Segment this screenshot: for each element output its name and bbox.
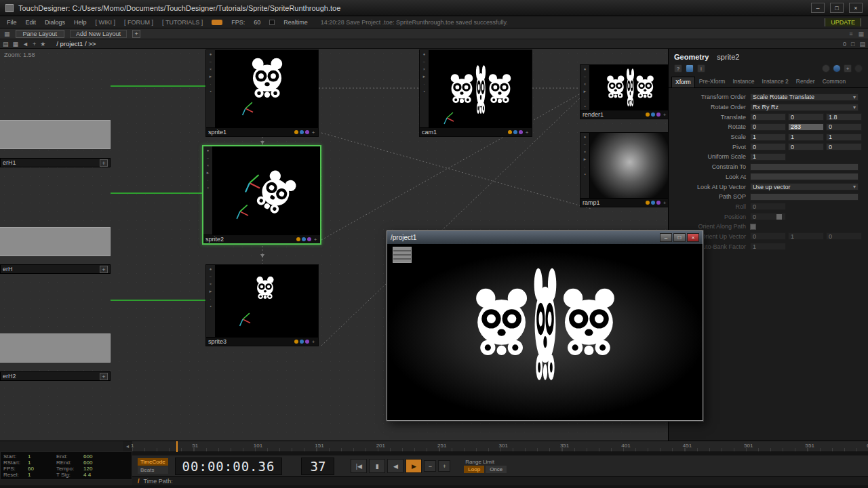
rotate-y-field[interactable]: 283 xyxy=(788,123,824,131)
node-flag-icon[interactable]: ► xyxy=(206,171,210,175)
maximize-icon[interactable]: □ xyxy=(830,3,844,13)
menu-help[interactable]: Help xyxy=(74,19,87,26)
beats-mode-button[interactable]: Beats xyxy=(138,466,168,474)
node-viewer-cam1[interactable] xyxy=(429,50,532,127)
node-flag-icon[interactable]: ∙ xyxy=(585,97,586,101)
minimize-icon[interactable]: – xyxy=(660,233,672,242)
node-flag-column[interactable]: ●−×►∙▪ xyxy=(203,146,213,235)
minimize-icon[interactable]: – xyxy=(811,3,825,13)
tutorials-link[interactable]: [ TUTORIALS ] xyxy=(162,19,203,26)
node-flag-dot[interactable] xyxy=(305,130,309,134)
auto-bank-field[interactable]: 1 xyxy=(750,243,786,250)
stub-node-label-1[interactable]: erH1 + xyxy=(0,158,111,167)
node-flag-dots[interactable]: + xyxy=(646,200,667,206)
node-flag-icon[interactable]: − xyxy=(584,75,587,79)
node-flag-plus-icon[interactable]: + xyxy=(524,129,530,136)
node-flag-dots[interactable]: + xyxy=(646,112,667,118)
param-menu-transform-order[interactable]: Scale Rotate Translate▾ xyxy=(750,94,859,101)
node-flag-column[interactable]: ●−×►∙▪ xyxy=(206,265,216,337)
scale-x-field[interactable]: 1 xyxy=(750,134,786,141)
node-flag-dot[interactable] xyxy=(513,130,517,134)
node-flag-icon[interactable]: × xyxy=(210,282,212,286)
node-flag-dots[interactable]: + xyxy=(294,129,316,136)
time-path-bar[interactable]: / Time Path: xyxy=(132,476,868,485)
node-flag-dot[interactable] xyxy=(296,237,300,241)
node-flag-plus-icon[interactable]: + xyxy=(311,339,316,345)
translate-z-field[interactable]: 1.8 xyxy=(826,113,862,121)
add-new-layout-button[interactable]: Add New Layout xyxy=(70,30,127,38)
node-flag-dot[interactable] xyxy=(305,340,309,344)
node-label[interactable]: render1 + xyxy=(580,110,668,119)
stub-node-label-2[interactable]: erH + xyxy=(0,264,111,274)
node-flag-icon[interactable]: × xyxy=(210,67,212,71)
param-label[interactable]: Pivot xyxy=(669,144,750,150)
param-label[interactable]: Constrain To xyxy=(669,163,750,170)
param-label[interactable]: Roll xyxy=(669,203,750,210)
node-flag-icon[interactable]: ▪ xyxy=(584,172,585,176)
node-flag-plus-icon[interactable]: + xyxy=(662,112,667,118)
realtime-label[interactable]: Realtime xyxy=(283,19,308,26)
close-icon[interactable]: × xyxy=(849,3,863,13)
tab-instance[interactable]: Instance xyxy=(729,77,757,87)
tab-xform[interactable]: Xform xyxy=(671,77,695,87)
node-sprite3[interactable]: ●−×►∙▪ sprite3 + xyxy=(205,264,319,346)
look-at-field[interactable] xyxy=(750,173,859,180)
expand-plus-button[interactable]: + xyxy=(100,373,108,380)
node-viewer-ramp1[interactable] xyxy=(590,133,668,198)
info-icon[interactable]: i xyxy=(697,64,705,73)
tab-pre-xform[interactable]: Pre-Xform xyxy=(696,77,729,87)
node-cam1[interactable]: ●−×►∙▪ cam1 + xyxy=(419,49,532,137)
node-flag-icon[interactable]: ● xyxy=(210,267,212,271)
expand-plus-button[interactable]: + xyxy=(100,266,108,273)
node-flag-dot[interactable] xyxy=(294,340,298,344)
roll-field[interactable]: 0 xyxy=(750,203,786,210)
timeline-playhead[interactable] xyxy=(176,441,178,452)
pane-layout-button[interactable]: Pane Layout xyxy=(16,30,65,38)
expand-plus-button[interactable]: + xyxy=(100,159,108,167)
scale-z-field[interactable]: 1 xyxy=(826,134,862,141)
node-flag-icon[interactable]: ▪ xyxy=(207,186,208,190)
node-flag-icon[interactable]: ● xyxy=(584,67,587,71)
maximize-icon[interactable]: □ xyxy=(673,233,686,242)
timeline-ruler[interactable]: ◄ 151101151201251301351401451501551601 xyxy=(132,441,868,452)
layout-grid-icon[interactable]: ▦ xyxy=(4,30,10,37)
node-sprite2[interactable]: ●−×►∙▪ sprite2 + xyxy=(202,145,321,245)
node-flag-dots[interactable]: + xyxy=(296,237,318,243)
node-flag-dot[interactable] xyxy=(651,113,655,117)
rotate-x-field[interactable]: 0 xyxy=(750,123,786,131)
node-flag-column[interactable]: ●−×►∙▪ xyxy=(206,50,216,127)
stub-node-label-3[interactable]: erH2 + xyxy=(0,371,111,381)
node-flag-dot[interactable] xyxy=(656,201,660,205)
node-flag-icon[interactable]: × xyxy=(584,82,587,86)
loop-button[interactable]: Loop xyxy=(464,466,484,473)
play-forward-button[interactable]: ▶ xyxy=(406,459,422,473)
translate-x-field[interactable]: 0 xyxy=(750,113,786,121)
tab-common[interactable]: Common xyxy=(819,77,849,87)
node-flag-icon[interactable]: ► xyxy=(583,89,587,94)
node-flag-icon[interactable]: × xyxy=(584,150,587,154)
node-flag-dot[interactable] xyxy=(300,340,304,344)
tempo-value[interactable]: 120 xyxy=(83,466,117,472)
param-label[interactable]: Rotate Order xyxy=(669,104,750,110)
node-label[interactable]: sprite2 + xyxy=(203,235,320,243)
menu-dialogs[interactable]: Dialogs xyxy=(45,19,65,26)
param-label[interactable]: Uniform Scale xyxy=(669,153,750,160)
stub-node-1[interactable] xyxy=(0,120,111,149)
node-viewer-render1[interactable] xyxy=(590,65,668,110)
node-flag-icon[interactable]: ● xyxy=(207,148,210,152)
param-label[interactable]: Transform Order xyxy=(669,94,750,100)
step-back-button[interactable]: − xyxy=(424,460,436,472)
node-flag-icon[interactable]: ▪ xyxy=(210,304,211,308)
node-flag-plus-icon[interactable]: + xyxy=(313,237,318,243)
once-button[interactable]: Once xyxy=(486,466,507,473)
bookmark-star-icon[interactable]: ★ xyxy=(40,41,45,47)
param-label[interactable]: Orient Along Path xyxy=(669,223,750,230)
node-flag-icon[interactable]: ∙ xyxy=(210,297,212,301)
pivot-y-field[interactable]: 0 xyxy=(788,143,824,150)
node-flag-icon[interactable]: ▪ xyxy=(210,89,211,94)
node-viewer-sprite2[interactable] xyxy=(213,146,320,235)
position-field[interactable]: 0 xyxy=(750,213,786,220)
back-arrow-icon[interactable]: ◄ xyxy=(22,41,28,47)
menu-edit[interactable]: Edit xyxy=(26,19,37,26)
param-menu-rotate-order[interactable]: Rx Ry Rz▾ xyxy=(750,104,859,111)
